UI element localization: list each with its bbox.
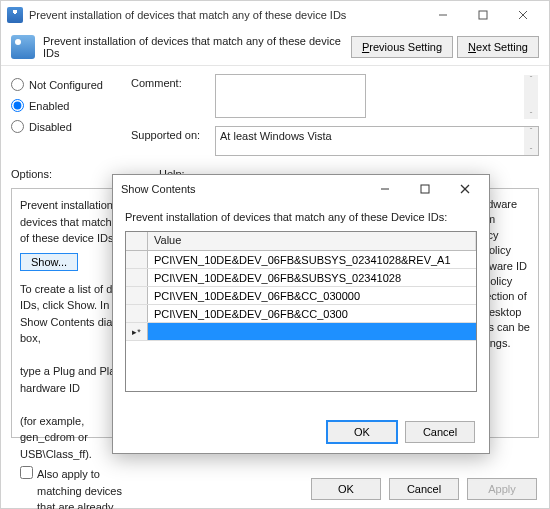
maximize-button[interactable] <box>463 2 503 28</box>
table-row-new[interactable]: ▸* <box>126 323 476 341</box>
dialog-title: Show Contents <box>121 183 369 195</box>
dialog-cancel-button[interactable]: Cancel <box>405 421 475 443</box>
table-row[interactable]: PCI\VEN_10DE&DEV_06FB&SUBSYS_02341028&RE… <box>126 251 476 269</box>
also-apply-checkbox[interactable] <box>20 466 33 479</box>
previous-setting-button[interactable]: Previous Setting <box>351 36 453 58</box>
dialog-ok-button[interactable]: OK <box>327 421 397 443</box>
values-grid[interactable]: Value PCI\VEN_10DE&DEV_06FB&SUBSYS_02341… <box>125 231 477 392</box>
value-cell[interactable]: PCI\VEN_10DE&DEV_06FB&CC_0300 <box>148 308 476 320</box>
window-controls <box>423 2 543 28</box>
value-cell[interactable]: PCI\VEN_10DE&DEV_06FB&CC_030000 <box>148 290 476 302</box>
also-apply-label: Also apply to matching devices that are … <box>37 466 142 509</box>
supported-value: At least Windows Vista <box>220 130 332 142</box>
grid-header: Value <box>126 232 476 251</box>
svg-rect-5 <box>421 185 429 193</box>
policy-large-icon <box>11 35 35 59</box>
apply-button[interactable]: Apply <box>467 478 537 500</box>
grid-corner <box>126 232 148 250</box>
minimize-button[interactable] <box>423 2 463 28</box>
supported-display: At least Windows Vista ˆˇ <box>215 126 539 156</box>
window-title: Prevent installation of devices that mat… <box>29 9 423 21</box>
grid-empty-area <box>126 341 476 391</box>
radio-not-configured-input[interactable] <box>11 78 24 91</box>
show-contents-dialog: Show Contents Prevent installation of de… <box>112 174 490 454</box>
cancel-button[interactable]: Cancel <box>389 478 459 500</box>
next-setting-button[interactable]: Next Setting <box>457 36 539 58</box>
radio-not-configured[interactable]: Not Configured <box>11 78 131 91</box>
dialog-body: Prevent installation of devices that mat… <box>113 203 489 400</box>
new-row-marker: ▸* <box>126 323 148 340</box>
supported-scrollbar[interactable]: ˆˇ <box>524 127 538 155</box>
fields-col: Comment: ˆˇ Supported on: At least Windo… <box>131 74 539 162</box>
comment-input[interactable] <box>215 74 366 118</box>
supported-label: Supported on: <box>131 126 215 156</box>
dialog-titlebar: Show Contents <box>113 175 489 203</box>
dialog-maximize-button[interactable] <box>409 177 441 201</box>
close-button[interactable] <box>503 2 543 28</box>
dialog-close-button[interactable] <box>449 177 481 201</box>
row-header <box>126 269 148 286</box>
dialog-minimize-button[interactable] <box>369 177 401 201</box>
radio-enabled[interactable]: Enabled <box>11 99 131 112</box>
policy-icon <box>7 7 23 23</box>
table-row[interactable]: PCI\VEN_10DE&DEV_06FB&SUBSYS_02341028 <box>126 269 476 287</box>
table-row[interactable]: PCI\VEN_10DE&DEV_06FB&CC_0300 <box>126 305 476 323</box>
radio-disabled-input[interactable] <box>11 120 24 133</box>
comment-label: Comment: <box>131 74 215 120</box>
row-header <box>126 305 148 322</box>
show-button[interactable]: Show... <box>20 253 78 271</box>
config-section: Not Configured Enabled Disabled Comment:… <box>1 66 549 162</box>
state-radios: Not Configured Enabled Disabled <box>11 74 131 162</box>
comment-scrollbar[interactable]: ˆˇ <box>524 75 538 119</box>
titlebar: Prevent installation of devices that mat… <box>1 1 549 29</box>
value-column-header[interactable]: Value <box>148 232 476 250</box>
dialog-label: Prevent installation of devices that mat… <box>125 211 477 223</box>
header-title: Prevent installation of devices that mat… <box>43 35 347 59</box>
main-footer: OK Cancel Apply <box>311 478 537 500</box>
radio-enabled-input[interactable] <box>11 99 24 112</box>
radio-disabled[interactable]: Disabled <box>11 120 131 133</box>
dialog-footer: OK Cancel <box>327 421 475 443</box>
row-header <box>126 287 148 304</box>
svg-rect-1 <box>479 11 487 19</box>
table-row[interactable]: PCI\VEN_10DE&DEV_06FB&CC_030000 <box>126 287 476 305</box>
value-cell[interactable]: PCI\VEN_10DE&DEV_06FB&SUBSYS_02341028&RE… <box>148 254 476 266</box>
row-header <box>126 251 148 268</box>
header: Prevent installation of devices that mat… <box>1 29 549 66</box>
ok-button[interactable]: OK <box>311 478 381 500</box>
value-cell[interactable]: PCI\VEN_10DE&DEV_06FB&SUBSYS_02341028 <box>148 272 476 284</box>
